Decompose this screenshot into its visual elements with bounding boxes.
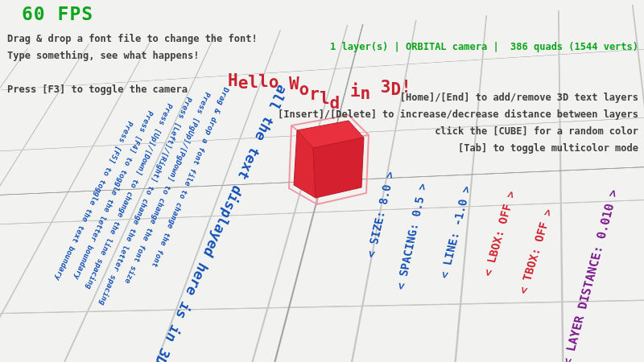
hud-right-line-1: [Insert]/[Delete] to increase/decrease d… — [278, 106, 638, 123]
hud-left-line-1: Type something, see what happens! — [7, 47, 258, 64]
hud-right-line-3: [Tab] to toggle multicolor mode — [278, 140, 638, 157]
hud-left-line-3: Press [F3] to toggle the camera — [7, 81, 258, 98]
hud-right-line-2: click the [CUBE] for a random color — [278, 123, 638, 140]
hud-left-line-0: Drag & drop a font file to change the fo… — [7, 31, 258, 47]
status-line: 1 layer(s) | ORBITAL camera | 386 quads … — [278, 39, 638, 56]
title-letter: l — [258, 72, 269, 91]
hud-help-left: Drag & drop a font file to change the fo… — [7, 31, 258, 98]
fps-counter: 60 FPS — [22, 3, 93, 24]
hud-help-right: 1 layer(s) | ORBITAL camera | 386 quads … — [278, 5, 638, 157]
hud-right-line-0: [Home]/[End] to add/remove 3D text layer… — [278, 89, 638, 106]
hud-left-line-2 — [7, 64, 258, 81]
app-window: Press [F5] to toggle the text boundaryPr… — [0, 0, 644, 362]
